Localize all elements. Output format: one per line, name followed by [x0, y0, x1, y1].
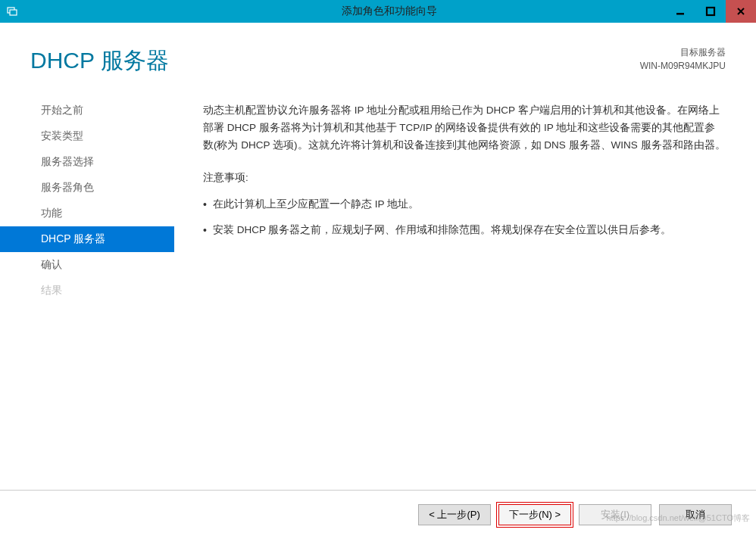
sidebar-item-server-selection[interactable]: 服务器选择: [0, 149, 174, 175]
sidebar-item-results: 结果: [0, 278, 174, 304]
notice-title: 注意事项:: [203, 170, 726, 187]
maximize-button[interactable]: [695, 0, 726, 23]
install-button: 安装(I): [579, 504, 651, 525]
target-info: 目标服务器 WIN-M09R94MKJPU: [640, 45, 726, 73]
notice-item-text: 在此计算机上至少应配置一个静态 IP 地址。: [213, 196, 419, 213]
sidebar-item-server-roles[interactable]: 服务器角色: [0, 175, 174, 201]
sidebar-item-confirmation[interactable]: 确认: [0, 252, 174, 278]
titlebar: 添加角色和功能向导: [0, 0, 756, 23]
cancel-button[interactable]: 取消: [659, 504, 732, 525]
svg-rect-2: [676, 13, 684, 15]
page-title: DHCP 服务器: [30, 45, 169, 76]
window-controls: [665, 0, 756, 23]
previous-button[interactable]: < 上一步(P): [418, 504, 491, 525]
notice-item: 安装 DHCP 服务器之前，应规划子网、作用域和排除范围。将规划保存在安全位置以…: [203, 222, 726, 240]
target-label: 目标服务器: [640, 45, 726, 59]
next-button[interactable]: 下一步(N) >: [498, 504, 571, 525]
window-title: 添加角色和功能向导: [23, 5, 756, 18]
sidebar-item-features[interactable]: 功能: [0, 201, 174, 226]
sidebar-item-install-type[interactable]: 安装类型: [0, 123, 174, 149]
description-text: 动态主机配置协议允许服务器将 IP 地址分配或租用给已作为 DHCP 客户端启用…: [203, 102, 726, 154]
content-panel: 动态主机配置协议允许服务器将 IP 地址分配或租用给已作为 DHCP 客户端启用…: [174, 90, 756, 488]
header: DHCP 服务器 目标服务器 WIN-M09R94MKJPU: [0, 23, 756, 90]
sidebar: 开始之前 安装类型 服务器选择 服务器角色 功能 DHCP 服务器 确认 结果: [0, 90, 174, 488]
notice-item: 在此计算机上至少应配置一个静态 IP 地址。: [203, 196, 726, 214]
footer: < 上一步(P) 下一步(N) > 安装(I) 取消: [0, 490, 756, 539]
app-icon: [6, 5, 18, 17]
target-name: WIN-M09R94MKJPU: [640, 59, 726, 73]
sidebar-item-before-begin[interactable]: 开始之前: [0, 98, 174, 123]
svg-rect-1: [10, 10, 17, 15]
main-area: 开始之前 安装类型 服务器选择 服务器角色 功能 DHCP 服务器 确认 结果 …: [0, 90, 756, 488]
minimize-button[interactable]: [665, 0, 695, 23]
notice-list: 在此计算机上至少应配置一个静态 IP 地址。 安装 DHCP 服务器之前，应规划…: [203, 196, 726, 240]
svg-rect-3: [707, 8, 714, 15]
close-button[interactable]: [726, 0, 756, 23]
sidebar-item-dhcp-server[interactable]: DHCP 服务器: [0, 226, 174, 252]
notice-item-text: 安装 DHCP 服务器之前，应规划子网、作用域和排除范围。将规划保存在安全位置以…: [213, 222, 672, 239]
